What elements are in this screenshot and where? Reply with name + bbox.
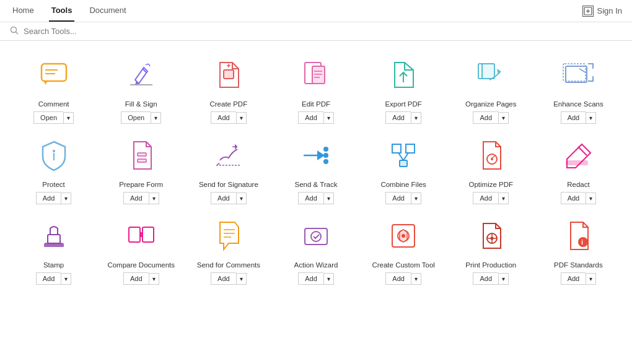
tool-send-track-btn-group[interactable]: Add ▾ bbox=[298, 192, 334, 204]
search-input[interactable] bbox=[24, 27, 209, 36]
tool-redact-btn-group[interactable]: Add ▾ bbox=[561, 192, 597, 204]
nav-tab-document[interactable]: Document bbox=[87, 0, 128, 22]
tool-create-pdf-arrow-btn[interactable]: ▾ bbox=[236, 112, 247, 124]
svg-rect-26 bbox=[138, 153, 146, 156]
tool-action-wizard-add-btn[interactable]: Add bbox=[298, 272, 323, 285]
tool-create-pdf-add-btn[interactable]: Add bbox=[211, 111, 236, 124]
tool-create-pdf: Create PDF Add ▾ bbox=[187, 53, 270, 124]
tool-stamp-add-btn[interactable]: Add bbox=[36, 272, 61, 285]
fill-sign-icon bbox=[120, 53, 163, 97]
tool-action-wizard-label: Action Wizard bbox=[294, 261, 338, 269]
tool-export-pdf-arrow-btn[interactable]: ▾ bbox=[411, 112, 421, 124]
svg-point-3 bbox=[11, 27, 17, 33]
tool-send-signature-arrow-btn[interactable]: ▾ bbox=[236, 193, 247, 204]
tool-create-pdf-btn-group[interactable]: Add ▾ bbox=[211, 111, 247, 124]
tool-export-pdf: Export PDF Add ▾ bbox=[362, 53, 445, 124]
tool-comment-open-btn[interactable]: Open bbox=[33, 111, 63, 124]
tool-stamp-btn-group[interactable]: Add ▾ bbox=[36, 272, 72, 285]
tool-export-pdf-add-btn[interactable]: Add bbox=[385, 111, 411, 124]
tool-send-comments-arrow-btn[interactable]: ▾ bbox=[236, 273, 247, 285]
create-custom-tool-icon bbox=[382, 214, 425, 258]
tool-combine-files-add-btn[interactable]: Add bbox=[385, 192, 411, 204]
svg-marker-8 bbox=[44, 81, 48, 85]
tool-send-track-add-btn[interactable]: Add bbox=[298, 192, 323, 204]
tool-pdf-standards-label: PDF Standards bbox=[554, 261, 603, 269]
tool-compare-docs-arrow-btn[interactable]: ▾ bbox=[149, 273, 159, 285]
tool-stamp-arrow-btn[interactable]: ▾ bbox=[61, 273, 71, 285]
tool-prepare-form-arrow-btn[interactable]: ▾ bbox=[149, 193, 159, 204]
tool-optimize-pdf-arrow-btn[interactable]: ▾ bbox=[498, 193, 509, 204]
tool-protect-add-btn[interactable]: Add bbox=[36, 192, 61, 204]
tool-redact-add-btn[interactable]: Add bbox=[561, 192, 586, 204]
svg-line-23 bbox=[579, 69, 586, 72]
tool-prepare-form-add-btn[interactable]: Add bbox=[123, 192, 149, 204]
tool-edit-pdf-add-btn[interactable]: Add bbox=[298, 111, 323, 124]
tool-enhance-scans-add-btn[interactable]: Add bbox=[561, 111, 586, 124]
tool-create-custom-tool-label: Create Custom Tool bbox=[372, 261, 434, 269]
tool-organize-pages-label: Organize Pages bbox=[465, 100, 516, 108]
tool-export-pdf-label: Export PDF bbox=[385, 100, 421, 108]
tool-organize-pages-arrow-btn[interactable]: ▾ bbox=[498, 112, 509, 124]
send-track-icon bbox=[294, 134, 338, 177]
tool-create-custom-tool: Create Custom Tool Add ▾ bbox=[362, 214, 445, 285]
tool-send-comments-add-btn[interactable]: Add bbox=[211, 272, 236, 285]
tool-combine-files-btn-group[interactable]: Add ▾ bbox=[385, 192, 421, 204]
tool-prepare-form-btn-group[interactable]: Add ▾ bbox=[123, 192, 159, 204]
tool-create-custom-tool-arrow-btn[interactable]: ▾ bbox=[411, 273, 421, 285]
tool-send-track: Send & Track Add ▾ bbox=[274, 134, 357, 204]
tool-enhance-scans-btn-group[interactable]: Add ▾ bbox=[561, 111, 597, 124]
tool-protect-arrow-btn[interactable]: ▾ bbox=[61, 193, 71, 204]
pdf-standards-icon: i bbox=[556, 214, 600, 258]
tool-organize-pages-add-btn[interactable]: Add bbox=[473, 111, 498, 124]
tool-edit-pdf-arrow-btn[interactable]: ▾ bbox=[323, 112, 334, 124]
tool-stamp-label: Stamp bbox=[43, 261, 64, 269]
nav-tab-home[interactable]: Home bbox=[10, 0, 37, 22]
tool-compare-docs-btn-group[interactable]: Add ▾ bbox=[123, 272, 159, 285]
tool-action-wizard-arrow-btn[interactable]: ▾ bbox=[323, 273, 334, 285]
edit-pdf-icon bbox=[294, 53, 338, 97]
tool-combine-files-arrow-btn[interactable]: ▾ bbox=[411, 193, 421, 204]
tool-comment-btn-group[interactable]: Open ▾ bbox=[33, 111, 74, 124]
tool-action-wizard-btn-group[interactable]: Add ▾ bbox=[298, 272, 334, 285]
tool-fill-sign-arrow-btn[interactable]: ▾ bbox=[151, 112, 161, 124]
svg-point-49 bbox=[311, 232, 321, 241]
tool-send-comments-label: Send for Comments bbox=[197, 261, 260, 269]
svg-point-33 bbox=[323, 159, 328, 164]
tool-pdf-standards-arrow-btn[interactable]: ▾ bbox=[586, 273, 596, 285]
stamp-icon bbox=[32, 214, 76, 258]
tool-send-track-label: Send & Track bbox=[294, 181, 337, 188]
tool-enhance-scans-label: Enhance Scans bbox=[553, 100, 603, 108]
tool-send-signature-add-btn[interactable]: Add bbox=[211, 192, 236, 204]
tool-protect-btn-group[interactable]: Add ▾ bbox=[36, 192, 72, 204]
organize-pages-icon bbox=[469, 53, 512, 97]
tool-fill-sign-btn-group[interactable]: Open ▾ bbox=[121, 111, 161, 124]
tool-organize-pages-btn-group[interactable]: Add ▾ bbox=[473, 111, 509, 124]
tool-print-production-btn-group[interactable]: Add ▾ bbox=[473, 272, 509, 285]
redact-icon bbox=[556, 134, 600, 177]
tool-compare-docs-add-btn[interactable]: Add bbox=[123, 272, 149, 285]
tools-area[interactable]: Comment Open ▾ Fill & Sign bbox=[0, 41, 632, 362]
sign-in-button[interactable]: Sign In bbox=[582, 6, 622, 17]
tool-print-production-arrow-btn[interactable]: ▾ bbox=[498, 273, 509, 285]
tool-redact-arrow-btn[interactable]: ▾ bbox=[586, 193, 596, 204]
tools-grid: Comment Open ▾ Fill & Sign bbox=[12, 53, 620, 285]
svg-rect-21 bbox=[566, 66, 587, 82]
tool-export-pdf-btn-group[interactable]: Add ▾ bbox=[385, 111, 421, 124]
tool-send-signature-btn-group[interactable]: Add ▾ bbox=[211, 192, 247, 204]
tool-create-custom-tool-btn-group[interactable]: Add ▾ bbox=[385, 272, 421, 285]
tool-send-comments-btn-group[interactable]: Add ▾ bbox=[211, 272, 247, 285]
tool-pdf-standards-add-btn[interactable]: Add bbox=[561, 272, 586, 285]
tool-edit-pdf: Edit PDF Add ▾ bbox=[274, 53, 357, 124]
tool-edit-pdf-btn-group[interactable]: Add ▾ bbox=[298, 111, 334, 124]
tool-create-custom-tool-add-btn[interactable]: Add bbox=[385, 272, 411, 285]
tool-pdf-standards-btn-group[interactable]: Add ▾ bbox=[561, 272, 597, 285]
tool-comment-arrow-btn[interactable]: ▾ bbox=[63, 112, 74, 124]
tool-print-production-add-btn[interactable]: Add bbox=[473, 272, 498, 285]
tool-optimize-pdf-add-btn[interactable]: Add bbox=[473, 192, 498, 204]
tool-fill-sign-label: Fill & Sign bbox=[125, 100, 157, 108]
tool-optimize-pdf-btn-group[interactable]: Add ▾ bbox=[473, 192, 509, 204]
nav-tab-tools[interactable]: Tools bbox=[49, 0, 75, 22]
tool-fill-sign-open-btn[interactable]: Open bbox=[121, 111, 151, 124]
tool-send-track-arrow-btn[interactable]: ▾ bbox=[323, 193, 334, 204]
tool-enhance-scans-arrow-btn[interactable]: ▾ bbox=[586, 112, 596, 124]
